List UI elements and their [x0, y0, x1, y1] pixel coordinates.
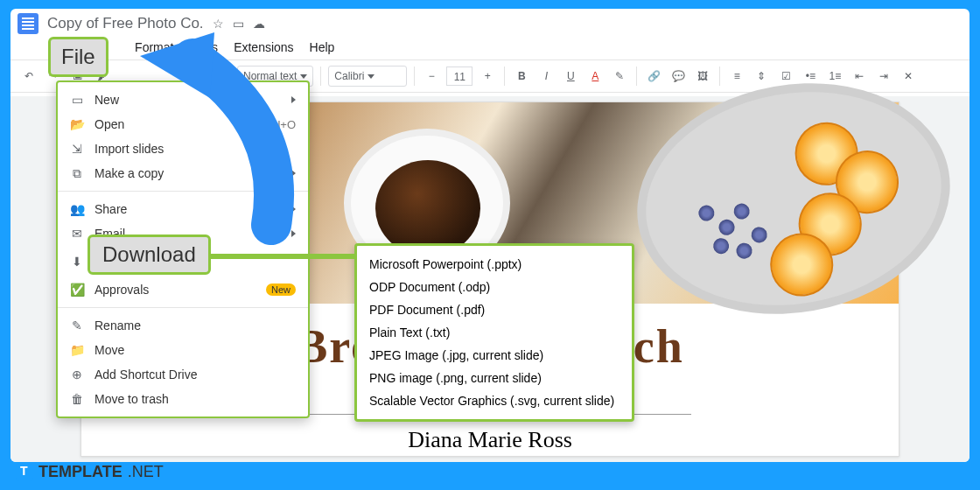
menu-bar: View Format Tools Extensions Help — [10, 35, 970, 60]
font-dropdown[interactable]: Calibri — [328, 66, 407, 87]
text-color-button[interactable]: A — [585, 66, 605, 87]
title-bar: Copy of Free Photo Co. ☆ ▭ ☁ — [10, 9, 970, 35]
import-icon: ⇲ — [70, 142, 84, 156]
fruit-plate — [619, 60, 969, 339]
indent-inc-button[interactable]: ⇥ — [874, 66, 893, 87]
brand-icon — [16, 464, 33, 481]
download-pptx[interactable]: Microsoft Powerpoint (.pptx) — [357, 253, 632, 276]
menu-help[interactable]: Help — [310, 40, 335, 54]
new-icon: ▭ — [70, 93, 84, 107]
menu-extensions[interactable]: Extensions — [234, 40, 293, 54]
italic-button[interactable]: I — [536, 66, 556, 87]
font-size-dec[interactable]: − — [422, 66, 441, 87]
document-title[interactable]: Copy of Free Photo Co. — [47, 15, 204, 32]
download-odp[interactable]: ODP Document (.odp) — [357, 276, 632, 298]
undo-button[interactable]: ↶ — [19, 66, 38, 87]
underline-button[interactable]: U — [561, 66, 580, 87]
menu-item-import[interactable]: ⇲Import slides — [58, 136, 308, 161]
approvals-icon: ✅ — [70, 283, 84, 297]
shortcut-icon: ⊕ — [70, 368, 84, 382]
font-size-inc[interactable]: + — [478, 66, 497, 87]
menu-item-share[interactable]: 👥Share — [58, 197, 308, 221]
brand-text-b: .NET — [128, 463, 164, 481]
footer-brand: TEMPLATE.NET — [16, 463, 164, 481]
insert-link-button[interactable]: 🔗 — [644, 66, 663, 87]
menu-item-shortcut[interactable]: ⊕Add Shortcut Drive — [58, 362, 308, 387]
page-author: Diana Marie Ross — [81, 427, 899, 453]
download-png[interactable]: PNG image (.png, current slide) — [357, 367, 632, 389]
star-icon[interactable]: ☆ — [213, 17, 224, 31]
download-icon: ⬇ — [70, 255, 84, 269]
copy-icon: ⧉ — [70, 166, 84, 181]
download-svg[interactable]: Scalable Vector Graphics (.svg, current … — [357, 389, 632, 412]
menu-item-copy[interactable]: ⧉Make a copy — [58, 161, 308, 186]
highlight-button[interactable]: ✎ — [610, 66, 629, 87]
brand-text-a: TEMPLATE — [38, 463, 122, 481]
menu-item-approvals[interactable]: ✅ApprovalsNew — [58, 277, 308, 302]
menu-item-open[interactable]: 📂OpenCtrl+O — [58, 112, 308, 136]
move-icon: 📁 — [70, 343, 84, 357]
menu-item-new[interactable]: ▭New — [58, 88, 308, 112]
open-icon: 📂 — [70, 117, 84, 131]
download-pdf[interactable]: PDF Document (.pdf) — [357, 298, 632, 321]
move-folder-icon[interactable]: ▭ — [233, 17, 244, 31]
align-button[interactable]: ≡ — [727, 66, 746, 87]
download-callout: Download — [88, 234, 211, 275]
email-icon: ✉ — [70, 227, 84, 241]
insert-comment-button[interactable]: 💬 — [668, 66, 688, 87]
title-icons: ☆ ▭ ☁ — [213, 17, 265, 31]
download-txt[interactable]: Plain Text (.txt) — [357, 321, 632, 344]
trash-icon: 🗑 — [70, 392, 84, 406]
download-submenu: Microsoft Powerpoint (.pptx) ODP Documen… — [354, 243, 634, 422]
menu-item-move[interactable]: 📁Move — [58, 338, 308, 362]
menu-item-rename[interactable]: ✎Rename — [58, 313, 308, 338]
font-size-input[interactable]: 11 — [446, 66, 472, 86]
line-spacing-button[interactable]: ⇕ — [752, 66, 771, 87]
menu-item-trash[interactable]: 🗑Move to trash — [58, 387, 308, 411]
menu-tools[interactable]: Tools — [189, 40, 218, 54]
clear-format-button[interactable]: ✕ — [899, 66, 918, 87]
file-callout: File — [48, 37, 108, 77]
download-jpg[interactable]: JPEG Image (.jpg, current slide) — [357, 344, 632, 367]
indent-dec-button[interactable]: ⇤ — [850, 66, 869, 87]
cloud-status-icon[interactable]: ☁ — [253, 17, 265, 31]
bold-button[interactable]: B — [512, 66, 531, 87]
new-badge: New — [266, 284, 296, 296]
insert-image-button[interactable]: 🖼 — [693, 66, 712, 87]
menu-format[interactable]: Format — [135, 40, 173, 54]
download-stem — [210, 254, 357, 259]
share-icon: 👥 — [70, 202, 84, 216]
rename-icon: ✎ — [70, 318, 84, 332]
docs-logo-icon[interactable] — [18, 13, 38, 34]
